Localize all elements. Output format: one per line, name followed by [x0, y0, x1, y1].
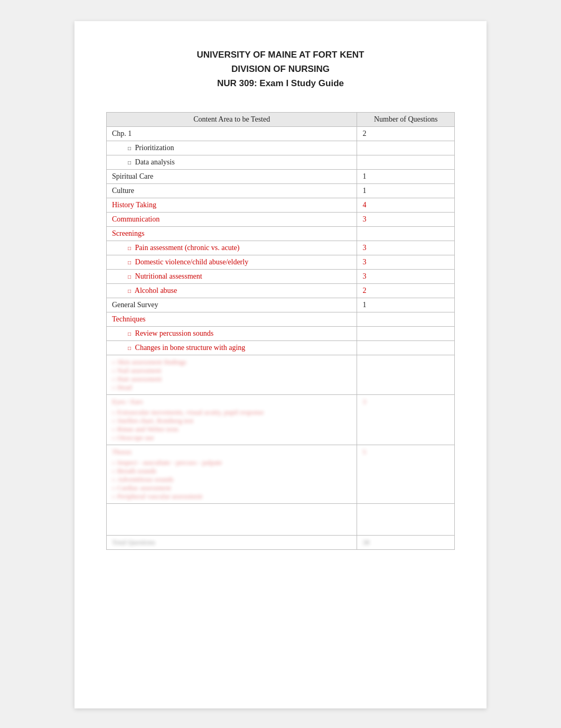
content-cell-total: Total Questions [107, 535, 357, 549]
table-row: Thorax □Inspect - auscultate - percuss -… [107, 445, 455, 503]
num-cell [357, 355, 455, 394]
num-cell [357, 155, 455, 169]
page-header: UNIVERSITY OF MAINE AT FORT KENT DIVISIO… [106, 48, 455, 91]
table-row: □Skin assessment findings □Nail assessme… [107, 355, 455, 394]
content-cell: □ Domestic violence/child abuse/elderly [107, 255, 357, 269]
table-row-total: Total Questions 38 [107, 535, 455, 549]
col-header-num: Number of Questions [357, 112, 455, 126]
num-cell: 1 [357, 169, 455, 183]
bullet-icon: □ [128, 274, 131, 280]
num-cell: 3 [357, 255, 455, 269]
content-cell: □ Data analysis [107, 155, 357, 169]
num-cell: 3 [357, 212, 455, 226]
content-cell: □ Changes in bone structure with aging [107, 340, 357, 355]
num-cell: 1 [357, 183, 455, 198]
page-title: UNIVERSITY OF MAINE AT FORT KENT DIVISIO… [106, 48, 455, 91]
content-cell: Techniques [107, 312, 357, 326]
num-cell: 3 [357, 394, 455, 445]
bullet-icon: □ [128, 331, 131, 337]
num-cell-total: 38 [357, 535, 455, 549]
num-cell [357, 141, 455, 155]
bullet-icon: □ [128, 245, 131, 251]
content-cell: □ Pain assessment (chronic vs. acute) [107, 241, 357, 255]
content-cell: Screenings [107, 226, 357, 241]
table-row: Culture 1 [107, 183, 455, 198]
content-cell: □Skin assessment findings □Nail assessme… [107, 355, 357, 394]
content-cell: Communication [107, 212, 357, 226]
bullet-icon: □ [128, 160, 131, 165]
table-row: □ Pain assessment (chronic vs. acute) 3 [107, 241, 455, 255]
content-cell: □ Alcohol abuse [107, 283, 357, 298]
table-row: □ Alcohol abuse 2 [107, 283, 455, 298]
num-cell: 2 [357, 126, 455, 141]
num-cell [357, 326, 455, 340]
table-row: □ Prioritization [107, 141, 455, 155]
content-cell: □ Nutritional assessment [107, 269, 357, 283]
bullet-icon: □ [128, 260, 131, 265]
table-row: □ Review percussion sounds [107, 326, 455, 340]
page: UNIVERSITY OF MAINE AT FORT KENT DIVISIO… [74, 21, 487, 708]
bullet-icon: □ [128, 288, 131, 294]
table-row: General Survey 1 [107, 298, 455, 312]
table-row [107, 503, 455, 535]
content-cell: □ Prioritization [107, 141, 357, 155]
num-cell: 4 [357, 198, 455, 212]
num-cell [357, 226, 455, 241]
content-cell: Thorax □Inspect - auscultate - percuss -… [107, 445, 357, 503]
table-row: □ Data analysis [107, 155, 455, 169]
table-row: Techniques [107, 312, 455, 326]
content-cell: History Taking [107, 198, 357, 212]
table-row: Chp. 1 2 [107, 126, 455, 141]
col-header-content: Content Area to be Tested [107, 112, 357, 126]
table-row: □ Changes in bone structure with aging [107, 340, 455, 355]
num-cell: 3 [357, 269, 455, 283]
content-cell: Spiritual Care [107, 169, 357, 183]
num-cell [357, 340, 455, 355]
table-row: □ Domestic violence/child abuse/elderly … [107, 255, 455, 269]
num-cell: 5 [357, 445, 455, 503]
content-cell: General Survey [107, 298, 357, 312]
content-cell: Chp. 1 [107, 126, 357, 141]
num-cell: 2 [357, 283, 455, 298]
content-cell [107, 503, 357, 535]
content-cell: Culture [107, 183, 357, 198]
table-row: □ Nutritional assessment 3 [107, 269, 455, 283]
num-cell [357, 312, 455, 326]
bullet-icon: □ [128, 345, 131, 351]
table-row: History Taking 4 [107, 198, 455, 212]
table-row: Spiritual Care 1 [107, 169, 455, 183]
bullet-icon: □ [128, 145, 131, 151]
content-cell: Eyes / Ears □Extraocular movements, visu… [107, 394, 357, 445]
content-cell: □ Review percussion sounds [107, 326, 357, 340]
num-cell: 3 [357, 241, 455, 255]
study-guide-table: Content Area to be Tested Number of Ques… [106, 112, 455, 550]
num-cell [357, 503, 455, 535]
table-row: Communication 3 [107, 212, 455, 226]
num-cell: 1 [357, 298, 455, 312]
table-row: Screenings [107, 226, 455, 241]
table-row: Eyes / Ears □Extraocular movements, visu… [107, 394, 455, 445]
